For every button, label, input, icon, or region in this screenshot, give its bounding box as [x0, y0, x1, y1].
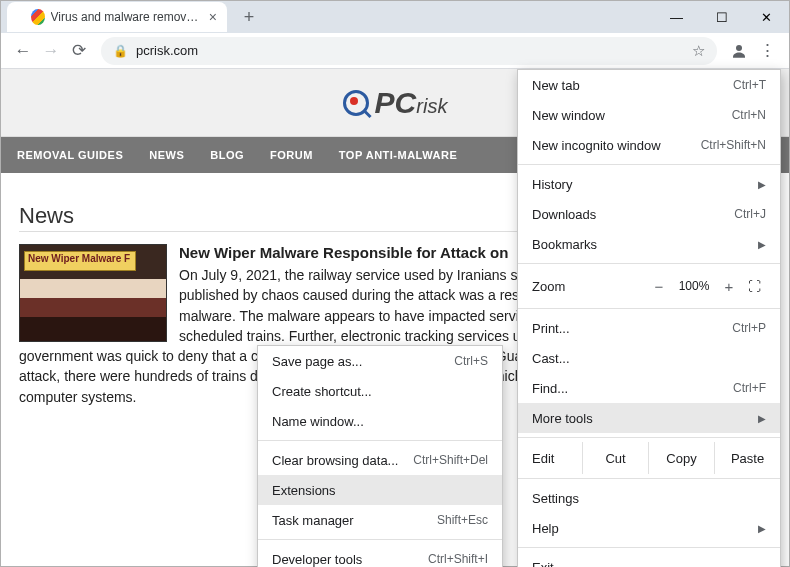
browser-window: Virus and malware removal instru × + — ☐…	[0, 0, 790, 567]
address-bar[interactable]: 🔒 pcrisk.com ☆	[101, 37, 717, 65]
menu-new-window[interactable]: New windowCtrl+N	[518, 100, 780, 130]
bookmark-star-icon[interactable]: ☆	[692, 42, 705, 60]
svg-point-0	[736, 45, 742, 51]
chevron-right-icon: ▶	[758, 239, 766, 250]
menu-separator	[258, 440, 502, 441]
menu-cut[interactable]: Cut	[582, 442, 648, 474]
window-controls: — ☐ ✕	[654, 1, 789, 33]
zoom-value: 100%	[672, 279, 716, 293]
toolbar: ← → ⟳ 🔒 pcrisk.com ☆ ⋮	[1, 33, 789, 69]
menu-settings[interactable]: Settings	[518, 483, 780, 513]
menu-copy[interactable]: Copy	[648, 442, 714, 474]
profile-icon[interactable]	[725, 37, 753, 65]
site-logo[interactable]: PCrisk	[343, 86, 448, 120]
menu-more-tools[interactable]: More tools▶	[518, 403, 780, 433]
nav-removal-guides[interactable]: REMOVAL GUIDES	[17, 149, 123, 161]
more-tools-submenu: Save page as...Ctrl+S Create shortcut...…	[257, 345, 503, 567]
menu-print[interactable]: Print...Ctrl+P	[518, 313, 780, 343]
new-tab-button[interactable]: +	[237, 7, 261, 28]
submenu-create-shortcut[interactable]: Create shortcut...	[258, 376, 502, 406]
menu-edit-row: Edit Cut Copy Paste	[518, 442, 780, 474]
zoom-out-button[interactable]: −	[646, 278, 672, 295]
thumbnail-label: New Wiper Malware F	[28, 253, 130, 264]
favicon-icon	[31, 9, 45, 25]
menu-downloads[interactable]: DownloadsCtrl+J	[518, 199, 780, 229]
close-window-button[interactable]: ✕	[744, 1, 789, 33]
kebab-menu-button[interactable]: ⋮	[753, 37, 781, 65]
menu-separator	[518, 437, 780, 438]
menu-bookmarks[interactable]: Bookmarks▶	[518, 229, 780, 259]
nav-top-anti-malware[interactable]: TOP ANTI-MALWARE	[339, 149, 457, 161]
tab-title: Virus and malware removal instru	[51, 10, 201, 24]
submenu-dev-tools[interactable]: Developer toolsCtrl+Shift+I	[258, 544, 502, 567]
close-tab-icon[interactable]: ×	[209, 9, 217, 25]
minimize-button[interactable]: —	[654, 1, 699, 33]
nav-news[interactable]: NEWS	[149, 149, 184, 161]
fullscreen-icon[interactable]: ⛶	[742, 279, 766, 294]
lock-icon: 🔒	[113, 44, 128, 58]
nav-forum[interactable]: FORUM	[270, 149, 313, 161]
submenu-clear-data[interactable]: Clear browsing data...Ctrl+Shift+Del	[258, 445, 502, 475]
menu-help[interactable]: Help▶	[518, 513, 780, 543]
reload-button[interactable]: ⟳	[65, 37, 93, 65]
logo-text: PCrisk	[375, 86, 448, 120]
menu-separator	[518, 308, 780, 309]
menu-incognito[interactable]: New incognito windowCtrl+Shift+N	[518, 130, 780, 160]
menu-cast[interactable]: Cast...	[518, 343, 780, 373]
menu-history[interactable]: History▶	[518, 169, 780, 199]
url-text: pcrisk.com	[136, 43, 692, 58]
submenu-save-page[interactable]: Save page as...Ctrl+S	[258, 346, 502, 376]
menu-separator	[518, 263, 780, 264]
nav-blog[interactable]: BLOG	[210, 149, 244, 161]
chevron-right-icon: ▶	[758, 413, 766, 424]
titlebar: Virus and malware removal instru × + — ☐…	[1, 1, 789, 33]
forward-button: →	[37, 37, 65, 65]
menu-paste[interactable]: Paste	[714, 442, 780, 474]
menu-find[interactable]: Find...Ctrl+F	[518, 373, 780, 403]
chevron-right-icon: ▶	[758, 523, 766, 534]
back-button[interactable]: ←	[9, 37, 37, 65]
magnifier-icon	[343, 90, 369, 116]
menu-new-tab[interactable]: New tabCtrl+T	[518, 70, 780, 100]
chevron-right-icon: ▶	[758, 179, 766, 190]
menu-zoom: Zoom − 100% + ⛶	[518, 268, 780, 304]
article-thumbnail[interactable]: New Wiper Malware F	[19, 244, 167, 342]
submenu-extensions[interactable]: Extensions	[258, 475, 502, 505]
submenu-name-window[interactable]: Name window...	[258, 406, 502, 436]
zoom-in-button[interactable]: +	[716, 278, 742, 295]
submenu-task-manager[interactable]: Task managerShift+Esc	[258, 505, 502, 535]
menu-separator	[258, 539, 502, 540]
browser-tab[interactable]: Virus and malware removal instru ×	[7, 2, 227, 32]
chrome-menu: New tabCtrl+T New windowCtrl+N New incog…	[517, 69, 781, 567]
menu-edit-label: Edit	[518, 442, 582, 474]
menu-separator	[518, 164, 780, 165]
menu-separator	[518, 478, 780, 479]
menu-separator	[518, 547, 780, 548]
maximize-button[interactable]: ☐	[699, 1, 744, 33]
menu-exit[interactable]: Exit	[518, 552, 780, 567]
